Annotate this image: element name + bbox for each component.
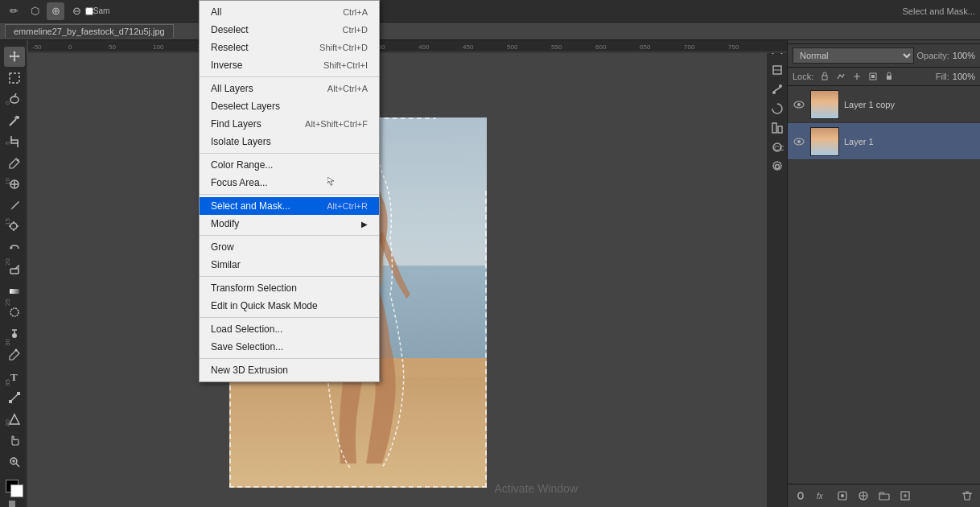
layer-item[interactable]: Layer 1 copy [788,86,980,123]
layer-visibility-toggle[interactable] [793,98,805,111]
clone-tool[interactable] [4,217,25,237]
menu-item-label: Reselect [211,42,249,53]
menu-item-deselect[interactable]: Deselect Ctrl+D [200,21,379,39]
lock-pixels-btn[interactable] [834,70,847,83]
lock-all-btn[interactable] [883,70,896,83]
menu-item-label: Save Selection... [211,341,283,352]
svg-point-66 [772,91,776,94]
menu-item-label: Focus Area... [211,177,268,188]
shape-tool[interactable] [4,410,25,430]
gradient-tool[interactable] [4,282,25,302]
lasso-tool[interactable]: ⬡ [26,2,43,20]
delete-layer-btn[interactable] [959,488,975,504]
zoom-tool[interactable] [4,452,25,472]
menu-item-select-and-mask[interactable]: Select and Mask... Alt+Ctrl+R [200,197,379,215]
layer-item[interactable]: Layer 1 [788,123,980,160]
menu-item-load-selection[interactable]: Load Selection... [200,320,379,338]
layer-name: Layer 1 [844,137,874,146]
menu-item-color-range[interactable]: Color Range... [200,156,379,174]
strip-icon-7[interactable] [768,119,786,137]
menu-item-label: Color Range... [211,159,273,171]
eraser-tool[interactable] [4,260,25,280]
blend-mode-select[interactable]: Normal [793,47,914,64]
menu-item-similar[interactable]: Similar [200,256,379,274]
history-brush-tool[interactable] [4,239,25,259]
menu-item-all-layers[interactable]: All Layers Alt+Ctrl+A [200,80,379,97]
menu-item-deselect-layers[interactable]: Deselect Layers [200,97,379,115]
menu-item-isolate-layers[interactable]: Isolate Layers [200,133,379,150]
heal-tool[interactable] [4,175,25,195]
brush-tool-left[interactable] [4,196,25,216]
menu-item-inverse[interactable]: Inverse Shift+Ctrl+I [200,56,379,74]
opacity-label: Opacity: [917,51,949,60]
hand-tool[interactable] [4,431,25,451]
svg-text:500: 500 [507,43,518,51]
text-tool[interactable]: T [4,367,25,387]
svg-rect-73 [822,76,827,80]
path-tool[interactable] [4,388,25,408]
menu-item-save-selection[interactable]: Save Selection... [200,338,379,356]
add-adjustment-btn[interactable] [855,488,871,504]
brush-tool[interactable]: ✏ [5,2,23,20]
svg-rect-85 [879,494,889,500]
move-tool[interactable] [4,47,25,67]
crop-tool[interactable] [4,132,25,152]
file-tab-item[interactable]: emmeline27_by_faestock_d712u5j.jpg [5,24,174,38]
selection-tool[interactable] [4,68,25,89]
activate-watermark: Activate Window [495,482,578,495]
foreground-color[interactable] [6,480,23,497]
svg-point-49 [14,349,17,352]
menu-item-reselect[interactable]: Reselect Shift+Ctrl+D [200,39,379,56]
pen-tool[interactable] [4,345,25,365]
lasso-tool-left[interactable] [4,89,25,109]
menu-item-new-3d[interactable]: New 3D Extrusion [200,361,379,379]
menu-item-transform-selection[interactable]: Transform Selection [200,279,379,297]
add-fx-btn[interactable]: fx [813,488,830,504]
eyedropper-tool[interactable] [4,154,25,174]
add-mask-btn[interactable] [834,488,850,504]
svg-rect-45 [10,269,19,274]
link-layers-btn[interactable] [793,488,809,504]
strip-icon-gear[interactable] [768,158,786,175]
lock-position-btn[interactable] [850,70,863,83]
lock-transparent-btn[interactable] [818,70,831,83]
menu-separator [200,358,379,359]
submenu-arrow: ▶ [361,220,368,229]
add-group-btn[interactable] [876,488,892,504]
layer-visibility-toggle[interactable] [793,135,805,148]
sample-checkbox[interactable]: Sam [89,2,106,20]
add-layer-btn[interactable] [897,488,913,504]
menu-separator [200,153,379,154]
menu-shortcut: Alt+Shift+Ctrl+F [305,119,368,129]
menu-item-quick-mask[interactable]: Edit in Quick Mask Mode [200,297,379,315]
strip-icon-5[interactable] [768,80,786,98]
top-toolbar: ✏ ⬡ ⊕ ⊖ Sam Select and Mask... [0,0,980,23]
dodge-tool[interactable] [4,324,25,344]
strip-icon-6[interactable] [768,100,786,117]
right-panel: Layers Channels Paths Kind ▨ ◑ T ▣ ◈ Nor… [787,0,980,507]
svg-text:T: T [10,371,18,383]
lock-label: Lock: [793,72,813,81]
menu-item-all[interactable]: All Ctrl+A [200,3,379,21]
svg-point-67 [779,84,782,88]
lasso-sub-tool[interactable]: ⊖ [68,2,85,20]
quick-mask-btn[interactable] [9,501,15,507]
menu-item-label: Inverse [211,60,242,71]
menu-item-modify[interactable]: Modify ▶ [200,215,379,233]
magic-wand-tool[interactable] [4,111,25,131]
menu-item-label: Similar [211,259,241,270]
fill-value[interactable]: 100% [953,72,975,81]
strip-icon-4[interactable] [768,61,786,79]
menu-item-focus-area[interactable]: Focus Area... [200,174,379,192]
lasso-add-tool[interactable]: ⊕ [47,2,64,20]
svg-text:100: 100 [153,43,164,51]
opacity-value[interactable]: 100% [953,51,975,60]
menu-item-find-layers[interactable]: Find Layers Alt+Shift+Ctrl+F [200,115,379,133]
lock-artboard-btn[interactable] [867,70,879,83]
svg-point-30 [10,97,19,103]
blur-tool[interactable] [4,303,25,323]
svg-point-72 [775,165,779,169]
menu-item-grow[interactable]: Grow [200,238,379,256]
strip-icon-adobe[interactable]: CC [768,138,786,156]
svg-text:fx: fx [817,492,824,501]
